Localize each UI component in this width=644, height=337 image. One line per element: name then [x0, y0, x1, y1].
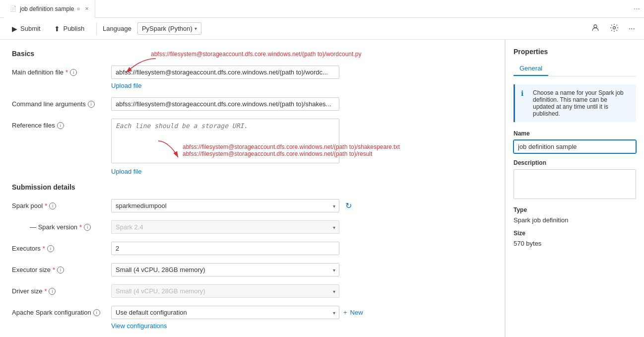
spark-pool-select[interactable]: sparkmediumpool: [111, 199, 339, 212]
submit-icon: ▶: [12, 25, 17, 33]
toolbar: ▶ Submit ⬆ Publish Language PySpark (Pyt…: [0, 18, 644, 40]
spark-pool-info-icon[interactable]: i: [49, 202, 56, 209]
spark-config-info-icon[interactable]: i: [93, 309, 100, 316]
cmd-args-label: Command line arguments i: [12, 97, 111, 108]
executors-control: [111, 242, 493, 255]
size-prop-value: 570 bytes: [514, 240, 636, 247]
driver-size-label: Driver size * i: [12, 284, 111, 295]
type-prop-label: Type: [514, 206, 636, 213]
executor-size-info-icon[interactable]: i: [57, 267, 64, 273]
language-select[interactable]: PySpark (Python) ▾: [137, 22, 201, 35]
cmd-args-input[interactable]: [111, 97, 339, 111]
executors-label: Executors * i: [12, 242, 111, 252]
executor-size-control: Small (4 vCPU, 28GB memory) ▾: [111, 263, 493, 276]
spark-config-select-container: Use default configuration ▾: [111, 306, 339, 319]
driver-size-info-icon[interactable]: i: [49, 288, 56, 295]
ref-files-info-icon[interactable]: i: [57, 122, 64, 129]
driver-size-select[interactable]: Small (4 vCPU, 28GB memory): [111, 284, 339, 298]
user-settings-icon[interactable]: [588, 21, 603, 36]
type-prop-value: Spark job definition: [514, 216, 636, 224]
view-configs-link[interactable]: View configurations: [111, 322, 167, 330]
properties-panel: Properties General ℹ Choose a name for y…: [505, 40, 644, 337]
svg-point-0: [594, 25, 597, 28]
spark-version-required: *: [79, 223, 82, 231]
tab-bar: 📄 job definition sample ✕ ···: [0, 0, 644, 18]
spark-pool-select-wrapper: sparkmediumpool ▾ ↻: [111, 199, 493, 212]
properties-tabs: General: [514, 62, 636, 76]
executor-size-select[interactable]: Small (4 vCPU, 28GB memory): [111, 263, 339, 276]
more-tabs-icon[interactable]: ···: [634, 4, 640, 13]
spark-pool-refresh-icon[interactable]: ↻: [343, 199, 354, 212]
spark-version-info-icon[interactable]: i: [84, 224, 91, 231]
info-text: Choose a name for your Spark job definit…: [533, 89, 630, 117]
spark-pool-control: sparkmediumpool ▾ ↻: [111, 199, 493, 212]
language-value: PySpark (Python): [142, 25, 193, 32]
job-definition-tab[interactable]: 📄 job definition sample ✕: [4, 0, 95, 18]
toolbar-right: ···: [588, 21, 638, 36]
description-prop-textarea[interactable]: [514, 169, 636, 199]
tab-general[interactable]: General: [514, 62, 548, 76]
spark-version-label: — Spark version * i: [12, 220, 111, 231]
name-prop-input[interactable]: [514, 140, 636, 153]
executors-info-icon[interactable]: i: [47, 245, 54, 252]
view-configs-container: View configurations: [111, 322, 493, 330]
spark-pool-row: Spark pool * i sparkmediumpool ▾ ↻: [12, 199, 493, 212]
description-prop-label: Description: [514, 159, 636, 166]
main-layout: Basics abfss://filesystem@storageaccount…: [0, 40, 644, 337]
spark-pool-label: Spark pool * i: [12, 199, 111, 209]
publish-icon: ⬆: [54, 25, 60, 33]
executor-size-label: Executor size * i: [12, 263, 111, 273]
spark-config-select[interactable]: Use default configuration: [111, 306, 339, 319]
executor-size-row: Executor size * i Small (4 vCPU, 28GB me…: [12, 263, 493, 276]
spark-version-row: — Spark version * i Spark 2.4 ▾: [12, 220, 493, 234]
executors-input[interactable]: [111, 242, 339, 255]
ref-files-label: Reference files i: [12, 119, 111, 129]
toolbar-divider: [96, 23, 97, 35]
main-def-label: Main definition file * i: [12, 66, 111, 76]
ref-files-row: Reference files i Upload file: [12, 119, 493, 175]
svg-point-1: [613, 26, 615, 29]
driver-size-control: Small (4 vCPU, 28GB memory) ▾: [111, 284, 493, 298]
tab-close-icon[interactable]: ✕: [85, 6, 89, 11]
executors-required: *: [43, 245, 45, 252]
size-prop-label: Size: [514, 230, 636, 237]
driver-size-required: *: [44, 287, 47, 295]
spark-config-select-row: Use default configuration ▾ + New: [111, 306, 493, 319]
more-options-icon[interactable]: ···: [626, 22, 638, 35]
executor-size-select-container: Small (4 vCPU, 28GB memory) ▾: [111, 263, 339, 276]
new-config-label: New: [350, 309, 363, 316]
spark-config-row: Apache Spark configuration i Use default…: [12, 306, 493, 330]
settings-icon[interactable]: [607, 21, 622, 36]
new-config-button[interactable]: + New: [343, 309, 363, 316]
info-blue-icon: ℹ: [521, 89, 529, 117]
ref-files-upload-link[interactable]: Upload file: [111, 168, 141, 175]
spark-version-select-container: Spark 2.4 ▾: [111, 220, 339, 234]
main-def-info-icon[interactable]: i: [70, 69, 77, 76]
main-def-input[interactable]: [111, 66, 339, 79]
main-def-control: Upload file: [111, 66, 493, 89]
main-def-upload-link[interactable]: Upload file: [111, 82, 141, 89]
tab-title: job definition sample: [20, 5, 74, 12]
driver-size-select-container: Small (4 vCPU, 28GB memory) ▾: [111, 284, 339, 298]
cmd-args-control: [111, 97, 493, 111]
ref-files-control: Upload file: [111, 119, 493, 175]
language-label: Language: [103, 25, 131, 32]
name-prop-label: Name: [514, 130, 636, 137]
submit-label: Submit: [20, 25, 40, 32]
executor-size-required: *: [53, 266, 55, 273]
spark-pool-select-container: sparkmediumpool ▾: [111, 199, 339, 212]
basics-section-title: Basics: [12, 50, 493, 58]
publish-label: Publish: [63, 25, 84, 32]
cmd-args-info-icon[interactable]: i: [88, 101, 95, 108]
spark-version-control: Spark 2.4 ▾: [111, 220, 493, 234]
content-area: Basics abfss://filesystem@storageaccount…: [0, 40, 505, 337]
properties-title: Properties: [514, 48, 636, 56]
ref-files-textarea[interactable]: [111, 119, 339, 163]
tab-dot: [77, 7, 80, 10]
spark-version-select[interactable]: Spark 2.4: [111, 220, 339, 234]
publish-button[interactable]: ⬆ Publish: [48, 22, 90, 36]
language-chevron-icon: ▾: [194, 26, 197, 31]
main-def-row: Main definition file * i Upload file: [12, 66, 493, 89]
submit-button[interactable]: ▶ Submit: [6, 22, 46, 36]
main-def-section: abfss://filesystem@storageaccount.dfs.co…: [12, 66, 493, 89]
